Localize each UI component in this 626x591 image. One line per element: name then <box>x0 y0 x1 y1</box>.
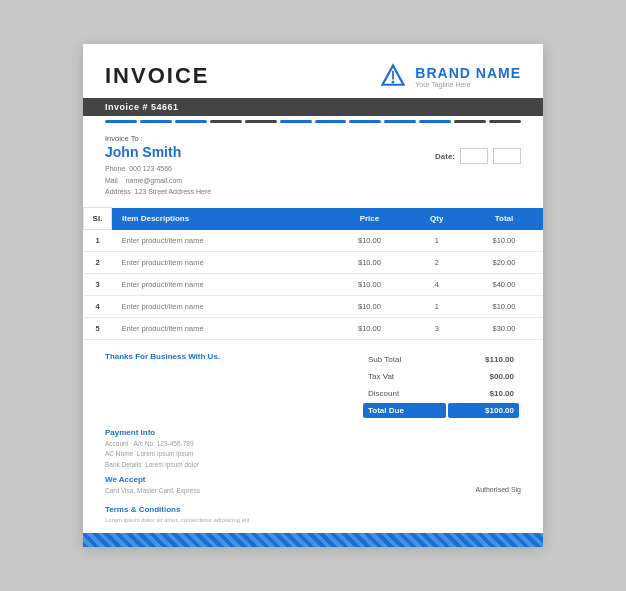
cell-total: $30.00 <box>465 318 543 340</box>
payment-section: Payment Info Account A/c No: 123-456-789… <box>83 420 543 501</box>
dash-segment <box>210 120 242 123</box>
dash-segment <box>175 120 207 123</box>
cell-desc: Enter product/item name <box>112 296 331 318</box>
brand-text: BRAND NAME Your Tagline Here <box>415 65 521 88</box>
authorised-sig: Authorised Sig <box>475 486 521 493</box>
we-accept-title: We Accept <box>105 475 200 484</box>
cell-sl: 4 <box>84 296 112 318</box>
cell-sl: 3 <box>84 274 112 296</box>
date-section: Date: <box>435 148 521 164</box>
invoice-document: INVOICE BRAND NAME Your Tagline Here Inv… <box>83 44 543 546</box>
cell-desc: Enter product/item name <box>112 274 331 296</box>
cell-desc: Enter product/item name <box>112 318 331 340</box>
cell-price: $10.00 <box>330 252 408 274</box>
invoice-header: INVOICE BRAND NAME Your Tagline Here <box>83 44 543 98</box>
dash-segment <box>245 120 277 123</box>
cell-qty: 2 <box>408 252 465 274</box>
terms-title: Terms & Conditions <box>105 505 521 514</box>
dash-segment <box>454 120 486 123</box>
cell-sl: 5 <box>84 318 112 340</box>
subtotal-label: Sub Total <box>363 352 446 367</box>
dash-segment <box>315 120 347 123</box>
date-box-2[interactable] <box>493 148 521 164</box>
dash-segment <box>384 120 416 123</box>
discount-label: Discount <box>363 386 446 401</box>
dash-segment <box>489 120 521 123</box>
invoice-to-label: Invoice To : <box>105 134 211 143</box>
brand-name: BRAND NAME <box>415 65 521 81</box>
brand-logo-icon <box>379 62 407 90</box>
brand-tagline: Your Tagline Here <box>415 81 521 88</box>
date-label: Date: <box>435 152 455 161</box>
col-header-qty: Qty <box>408 208 465 230</box>
cell-qty: 1 <box>408 230 465 252</box>
cell-desc: Enter product/item name <box>112 230 331 252</box>
taxvat-label: Tax Vat <box>363 369 446 384</box>
cell-price: $10.00 <box>330 274 408 296</box>
invoice-table: Sl. Item Descriptions Price Qty Total 1 … <box>83 207 543 340</box>
col-header-sl: Sl. <box>84 208 112 230</box>
table-row: 5 Enter product/item name $10.00 3 $30.0… <box>84 318 544 340</box>
col-header-price: Price <box>330 208 408 230</box>
we-accept-cards: Card Visa, Master Card, Express <box>105 486 200 496</box>
brand-section: BRAND NAME Your Tagline Here <box>379 62 521 90</box>
payment-account: Account A/c No: 123-456-789 <box>105 439 200 449</box>
terms-section: Terms & Conditions Lorem ipsum dolor sit… <box>83 501 543 525</box>
taxvat-value: $00.00 <box>448 369 519 384</box>
dash-segment <box>140 120 172 123</box>
table-row: 4 Enter product/item name $10.00 1 $10.0… <box>84 296 544 318</box>
subtotal-value: $110.00 <box>448 352 519 367</box>
cell-total: $10.00 <box>465 230 543 252</box>
date-box-1[interactable] <box>460 148 488 164</box>
discount-row: Discount $10.00 <box>363 386 519 401</box>
total-due-row: Total Due $100.00 <box>363 403 519 418</box>
dash-segment <box>105 120 137 123</box>
cell-price: $10.00 <box>330 318 408 340</box>
summary-area: Thanks For Business With Us. Sub Total $… <box>83 340 543 420</box>
totaldue-value: $100.00 <box>448 403 519 418</box>
we-accept-section: We Accept Card Visa, Master Card, Expres… <box>105 475 200 496</box>
cell-qty: 1 <box>408 296 465 318</box>
bottom-bar <box>83 533 543 547</box>
client-name: John Smith <box>105 144 211 160</box>
payment-title: Payment Info <box>105 428 200 437</box>
client-info-left: Invoice To : John Smith Phone 000 123 45… <box>105 134 211 197</box>
col-header-total: Total <box>465 208 543 230</box>
authorised-section: Authorised Sig <box>475 486 521 497</box>
cell-desc: Enter product/item name <box>112 252 331 274</box>
cell-price: $10.00 <box>330 230 408 252</box>
svg-point-2 <box>392 81 395 84</box>
payment-bank: Bank Details Lorem ipsum dolor <box>105 460 200 470</box>
cell-total: $10.00 <box>465 296 543 318</box>
client-phone: Phone 000 123 4566 <box>105 163 211 174</box>
cell-qty: 4 <box>408 274 465 296</box>
invoice-title: INVOICE <box>105 63 209 89</box>
discount-value: $10.00 <box>448 386 519 401</box>
totaldue-label: Total Due <box>363 403 446 418</box>
dash-segment <box>280 120 312 123</box>
table-row: 1 Enter product/item name $10.00 1 $10.0… <box>84 230 544 252</box>
cell-price: $10.00 <box>330 296 408 318</box>
payment-acname: AC Name Lorem ipsum ipsum <box>105 449 200 459</box>
cell-sl: 1 <box>84 230 112 252</box>
summary-table: Sub Total $110.00 Tax Vat $00.00 Discoun… <box>361 350 521 420</box>
cell-qty: 3 <box>408 318 465 340</box>
cell-total: $40.00 <box>465 274 543 296</box>
terms-text: Lorem ipsum dolor sit amet, consectetur … <box>105 516 521 525</box>
invoice-number-bar: Invoice # 54661 <box>83 98 543 116</box>
cell-total: $20.00 <box>465 252 543 274</box>
dash-segment <box>419 120 451 123</box>
client-info-row: Invoice To : John Smith Phone 000 123 45… <box>83 126 543 203</box>
table-row: 3 Enter product/item name $10.00 4 $40.0… <box>84 274 544 296</box>
cell-sl: 2 <box>84 252 112 274</box>
client-address: Address 123 Street Address Here <box>105 186 211 197</box>
payment-info: Payment Info Account A/c No: 123-456-789… <box>105 428 200 497</box>
thanks-text: Thanks For Business With Us. <box>105 352 220 361</box>
taxvat-row: Tax Vat $00.00 <box>363 369 519 384</box>
subtotal-row: Sub Total $110.00 <box>363 352 519 367</box>
dash-segment <box>349 120 381 123</box>
client-mail: Mail name@gmail.com <box>105 175 211 186</box>
table-row: 2 Enter product/item name $10.00 2 $20.0… <box>84 252 544 274</box>
dashed-separator <box>83 116 543 126</box>
col-header-description: Item Descriptions <box>112 208 331 230</box>
